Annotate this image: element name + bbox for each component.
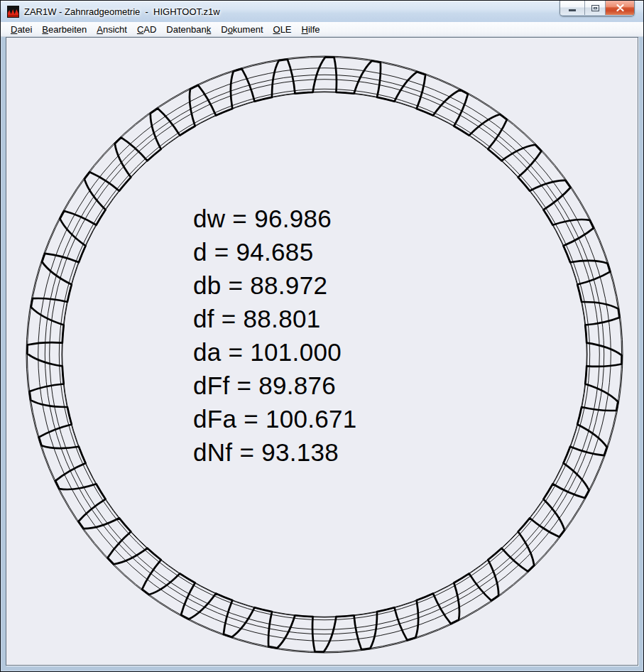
app-window: ZAR1W - Zahnradgeometrie - HIGHTOOT.z1w … [0, 0, 644, 672]
param-dFf: dFf = 89.876 [193, 369, 357, 402]
param-dw: dw = 96.986 [193, 202, 357, 235]
menu-item-datenbank[interactable]: Datenbank [161, 23, 216, 36]
menu-item-cad[interactable]: CAD [132, 23, 161, 36]
param-df: df = 88.801 [193, 302, 357, 335]
param-dFa: dFa = 100.671 [193, 402, 357, 435]
client-area: dw = 96.986d = 94.685db = 88.972df = 88.… [6, 37, 638, 666]
param-d: d = 94.685 [193, 235, 357, 269]
menu-item-bearbeiten[interactable]: Bearbeiten [37, 23, 92, 36]
restore-icon [591, 5, 599, 11]
menu-item-ole[interactable]: OLE [268, 23, 297, 36]
param-dNf: dNf = 93.138 [193, 435, 357, 469]
param-db: db = 88.972 [193, 269, 357, 302]
menu-item-hilfe[interactable]: Hilfe [297, 23, 325, 36]
gear-parameters: dw = 96.986d = 94.685db = 88.972df = 88.… [193, 202, 357, 469]
menu-bar: DateiBearbeitenAnsichtCADDatenbankDokume… [1, 22, 643, 37]
param-da: da = 101.000 [193, 335, 357, 369]
title-bar[interactable]: ZAR1W - Zahnradgeometrie - HIGHTOOT.z1w [1, 1, 643, 22]
window-frame: ZAR1W - Zahnradgeometrie - HIGHTOOT.z1w … [1, 1, 643, 671]
window-title: ZAR1W - Zahnradgeometrie - HIGHTOOT.z1w [24, 6, 220, 17]
close-button[interactable] [606, 1, 634, 15]
minimize-icon [569, 9, 576, 11]
drawing-canvas: dw = 96.986d = 94.685db = 88.972df = 88.… [6, 38, 638, 665]
restore-button[interactable] [585, 1, 606, 15]
close-icon [616, 4, 624, 11]
menu-item-ansicht[interactable]: Ansicht [92, 23, 132, 36]
window-controls [560, 1, 635, 16]
app-icon[interactable] [7, 6, 19, 18]
minimize-button[interactable] [560, 1, 585, 15]
menu-item-dokument[interactable]: Dokument [216, 23, 268, 36]
menu-item-datei[interactable]: Datei [6, 23, 37, 36]
